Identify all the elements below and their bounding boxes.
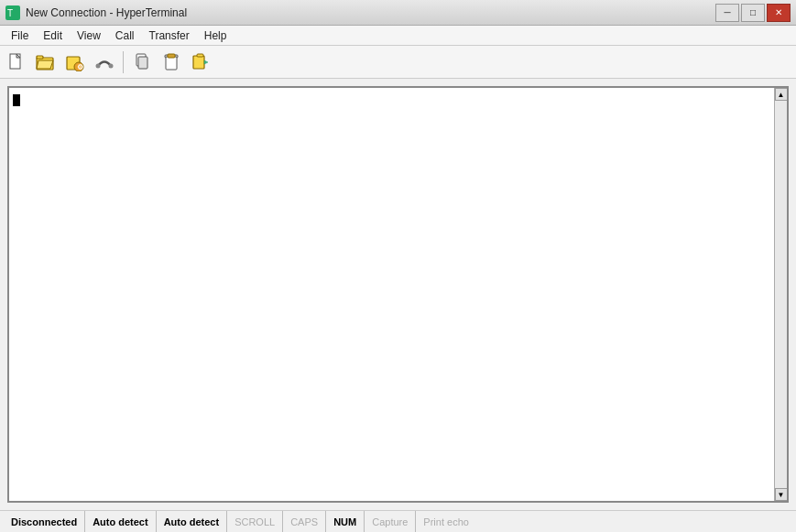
toolbar: ⚙	[0, 46, 796, 79]
properties-button[interactable]: ⚙	[62, 49, 88, 75]
close-button[interactable]: ✕	[767, 4, 791, 22]
status-detect-1: Auto detect	[85, 511, 157, 532]
menu-bar: File Edit View Call Transfer Help	[0, 26, 796, 46]
toolbar-separator-1	[123, 51, 124, 73]
title-bar: T New Connection - HyperTerminal ─ □ ✕	[0, 0, 796, 26]
svg-rect-5	[37, 56, 43, 59]
scroll-down-button[interactable]: ▼	[775, 488, 788, 501]
new-button[interactable]	[4, 49, 29, 75]
paste-button[interactable]	[158, 49, 184, 75]
status-capture: Capture	[365, 511, 416, 532]
status-bar: Disconnected Auto detect Auto detect SCR…	[0, 510, 796, 532]
svg-rect-12	[138, 57, 147, 69]
maximize-button[interactable]: □	[741, 4, 765, 22]
menu-transfer[interactable]: Transfer	[142, 27, 197, 44]
status-print-echo: Print echo	[416, 511, 476, 532]
terminal-cursor	[13, 94, 20, 106]
svg-rect-14	[166, 57, 177, 70]
menu-call[interactable]: Call	[108, 27, 142, 44]
terminal-content[interactable]	[9, 88, 774, 501]
send-button[interactable]	[188, 49, 213, 75]
svg-point-9	[96, 63, 101, 68]
svg-rect-16	[193, 56, 204, 69]
disconnect-button[interactable]	[92, 49, 117, 75]
main-area: ▲ ▼	[0, 79, 796, 510]
window-title: New Connection - HyperTerminal	[26, 6, 710, 19]
copy-button[interactable]	[129, 49, 155, 75]
svg-rect-17	[197, 54, 203, 57]
status-detect-2: Auto detect	[157, 511, 228, 532]
menu-file[interactable]: File	[4, 27, 36, 44]
svg-rect-15	[168, 54, 175, 58]
svg-point-10	[109, 63, 114, 68]
app-icon: T	[5, 5, 20, 20]
scroll-track[interactable]	[775, 101, 787, 488]
window-controls: ─ □ ✕	[715, 4, 791, 22]
status-caps: CAPS	[283, 511, 326, 532]
status-scroll: SCROLL	[227, 511, 283, 532]
status-connection: Disconnected	[4, 511, 85, 532]
scroll-up-button[interactable]: ▲	[775, 88, 788, 101]
svg-text:T: T	[7, 8, 13, 18]
terminal-container[interactable]: ▲ ▼	[7, 86, 789, 503]
scrollbar[interactable]: ▲ ▼	[774, 88, 787, 501]
menu-view[interactable]: View	[70, 27, 108, 44]
minimize-button[interactable]: ─	[715, 4, 739, 22]
open-button[interactable]	[33, 49, 59, 75]
menu-edit[interactable]: Edit	[36, 27, 70, 44]
svg-text:⚙: ⚙	[77, 63, 83, 71]
status-num: NUM	[326, 511, 365, 532]
menu-help[interactable]: Help	[197, 27, 234, 44]
